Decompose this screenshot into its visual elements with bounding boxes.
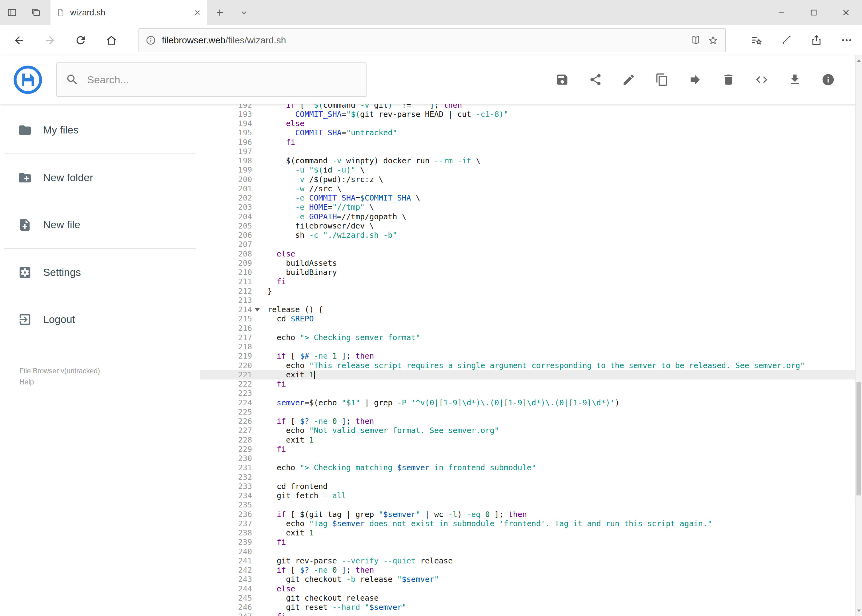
code-line[interactable]: 239 fi xyxy=(200,537,862,547)
scrollbar[interactable] xyxy=(855,55,862,616)
new-tab-button[interactable] xyxy=(207,0,233,25)
code-editor[interactable]: 192 if [ "$(command -v git)" != "" ]; th… xyxy=(200,104,862,616)
sidebar-item-new-file[interactable]: New file xyxy=(0,201,200,248)
sidebar-item-settings[interactable]: Settings xyxy=(0,249,200,296)
scroll-up-arrow[interactable] xyxy=(856,55,862,66)
site-info-icon[interactable] xyxy=(145,35,156,46)
code-line[interactable]: 229 fi xyxy=(200,445,862,454)
code-line[interactable]: 203 -e HOME="//tmp" \ xyxy=(200,203,862,212)
code-line[interactable]: 216 xyxy=(200,324,862,333)
code-line[interactable]: 213 xyxy=(200,295,862,305)
code-line[interactable]: 206 sh -c "./wizard.sh -b" xyxy=(200,231,862,240)
help-link[interactable]: Help xyxy=(19,376,100,388)
code-line[interactable]: 205 filebrowser/dev \ xyxy=(200,221,862,230)
code-view-button[interactable] xyxy=(745,55,778,104)
search-input[interactable] xyxy=(87,74,357,86)
code-line[interactable]: 233 cd frontend xyxy=(200,482,862,491)
window-maximize-button[interactable] xyxy=(797,0,830,25)
window-close-button[interactable] xyxy=(830,0,862,25)
rename-button[interactable] xyxy=(612,55,645,104)
tab-preview-toggle[interactable] xyxy=(233,0,255,25)
code-line[interactable]: 208 else xyxy=(200,249,862,258)
window-minimize-button[interactable] xyxy=(765,0,797,25)
code-line[interactable]: 192 if [ "$(command -v git)" != "" ]; th… xyxy=(200,104,862,110)
code-line[interactable]: 224 semver=$(echo "$1" | grep -P '^v(0|[… xyxy=(200,398,862,407)
code-line[interactable]: 222 fi xyxy=(200,380,862,389)
code-line[interactable]: 218 xyxy=(200,342,862,352)
code-line[interactable]: 217 echo "> Checking semver format" xyxy=(200,333,862,342)
code-line[interactable]: 195 COMMIT_SHA="untracked" xyxy=(200,128,862,137)
code-line[interactable]: 227 echo "Not valid semver format. See s… xyxy=(200,426,862,435)
delete-button[interactable] xyxy=(712,55,745,104)
code-line[interactable]: 236 if [ $(git tag | grep "$semver" | wc… xyxy=(200,509,862,519)
code-line[interactable]: 204 -e GOPATH=//tmp/gopath \ xyxy=(200,212,862,221)
sidebar-item-logout[interactable]: Logout xyxy=(0,296,200,343)
more-button[interactable] xyxy=(832,25,862,55)
move-button[interactable] xyxy=(679,55,712,104)
code-line[interactable]: 242 if [ $? -ne 0 ]; then xyxy=(200,566,862,575)
code-line[interactable]: 219 if [ $# -ne 1 ]; then xyxy=(200,352,862,361)
code-line[interactable]: 232 xyxy=(200,472,862,482)
code-line[interactable]: 234 git fetch --all xyxy=(200,491,862,500)
code-line[interactable]: 244 else xyxy=(200,584,862,593)
save-button[interactable] xyxy=(546,55,579,104)
search-box[interactable] xyxy=(56,63,367,97)
copy-button[interactable] xyxy=(645,55,679,104)
code-line[interactable]: 241 git rev-parse --verify --quiet relea… xyxy=(200,556,862,565)
fold-arrow-icon[interactable] xyxy=(255,308,260,311)
code-line[interactable]: 215 cd $REPO xyxy=(200,314,862,324)
reading-view-icon[interactable] xyxy=(690,35,702,46)
code-line[interactable]: 238 exit 1 xyxy=(200,528,862,537)
code-line[interactable]: 212} xyxy=(200,286,862,295)
code-line[interactable]: 209 buildAssets xyxy=(200,258,862,267)
back-button[interactable] xyxy=(4,25,35,55)
code-line[interactable]: 231 echo "> Checking matching $semver in… xyxy=(200,463,862,472)
code-line[interactable]: 193 COMMIT_SHA="$(git rev-parse HEAD | c… xyxy=(200,110,862,119)
code-line[interactable]: 200 -v /$(pwd):/src:z \ xyxy=(200,175,862,184)
address-bar[interactable]: filebrowser.web/files/wizard.sh xyxy=(139,28,726,52)
code-line[interactable]: 247 fi xyxy=(200,612,862,616)
code-line[interactable]: 214release () { xyxy=(200,305,862,314)
code-line[interactable]: 225 xyxy=(200,407,862,416)
browser-tab[interactable]: wizard.sh xyxy=(50,0,207,25)
filebrowser-logo[interactable] xyxy=(13,65,43,95)
code-line[interactable]: 201 -w //src \ xyxy=(200,184,862,193)
show-set-aside-tabs-button[interactable] xyxy=(24,0,48,25)
code-line[interactable]: 198 $(command -v winpty) docker run --rm… xyxy=(200,156,862,165)
code-line[interactable]: 245 git checkout release xyxy=(200,593,862,602)
code-line[interactable]: 237 echo "Tag $semver does not exist in … xyxy=(200,519,862,528)
code-line[interactable]: 230 xyxy=(200,454,862,463)
home-button[interactable] xyxy=(96,25,127,55)
code-line[interactable]: 243 git checkout -b release "$semver" xyxy=(200,575,862,584)
tab-close-button[interactable] xyxy=(193,9,201,17)
code-line[interactable]: 221 exit 1 xyxy=(200,370,862,379)
code-line[interactable]: 235 xyxy=(200,500,862,509)
download-button[interactable] xyxy=(778,55,812,104)
favorite-star-icon[interactable] xyxy=(707,35,719,46)
hub-button[interactable] xyxy=(741,25,771,55)
code-line[interactable]: 246 git reset --hard "$semver" xyxy=(200,603,862,612)
code-line[interactable]: 194 else xyxy=(200,119,862,128)
share-button-app[interactable] xyxy=(579,55,612,104)
code-line[interactable]: 240 xyxy=(200,547,862,556)
code-line[interactable]: 220 echo "This release script requires a… xyxy=(200,361,862,370)
code-line[interactable]: 202 -e COMMIT_SHA=$COMMIT_SHA \ xyxy=(200,193,862,203)
code-line[interactable]: 228 exit 1 xyxy=(200,435,862,445)
code-line[interactable]: 197 xyxy=(200,147,862,156)
info-button[interactable] xyxy=(812,55,845,104)
code-line[interactable]: 210 buildBinary xyxy=(200,268,862,277)
refresh-button[interactable] xyxy=(65,25,96,55)
code-line[interactable]: 223 xyxy=(200,389,862,398)
scrollbar-thumb[interactable] xyxy=(856,382,861,495)
code-line[interactable]: 199 -u "$(id -u)" \ xyxy=(200,165,862,175)
code-line[interactable]: 196 fi xyxy=(200,137,862,147)
code-line[interactable]: 207 xyxy=(200,240,862,249)
share-button[interactable] xyxy=(801,25,832,55)
forward-button[interactable] xyxy=(35,25,65,55)
code-line[interactable]: 211 fi xyxy=(200,277,862,286)
web-note-button[interactable] xyxy=(771,25,801,55)
scroll-down-arrow[interactable] xyxy=(856,605,862,616)
sidebar-item-new-folder[interactable]: New folder xyxy=(0,154,200,201)
code-line[interactable]: 226 if [ $? -ne 0 ]; then xyxy=(200,417,862,426)
url-text[interactable]: filebrowser.web/files/wizard.sh xyxy=(162,35,684,46)
